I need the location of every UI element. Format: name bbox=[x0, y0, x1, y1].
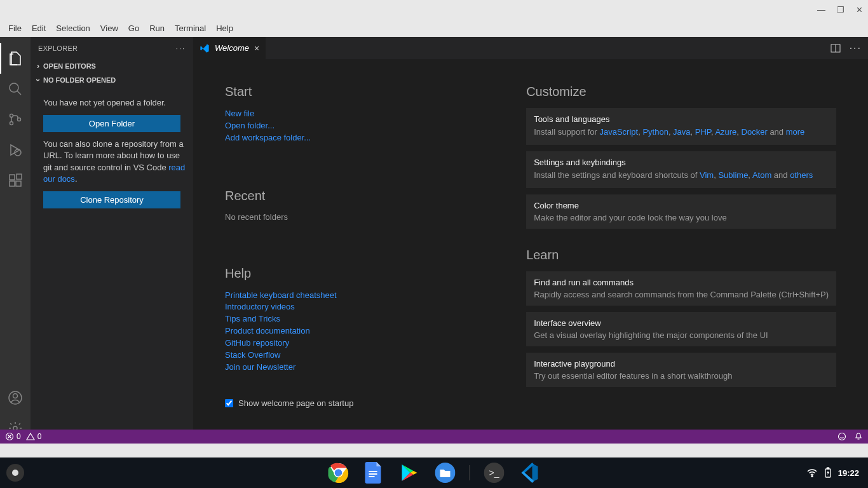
account-icon[interactable] bbox=[0, 383, 31, 413]
editor-area: Welcome × ··· Start New file Open folder… bbox=[193, 37, 868, 444]
clone-repository-button[interactable]: Clone Repository bbox=[43, 191, 180, 208]
lang-more-link[interactable]: more bbox=[786, 127, 805, 137]
card-interface-overview[interactable]: Interface overview Get a visual overlay … bbox=[526, 312, 836, 346]
lang-java-link[interactable]: Java bbox=[673, 127, 690, 137]
learn-heading: Learn bbox=[526, 248, 836, 262]
extensions-icon[interactable] bbox=[0, 165, 31, 196]
add-workspace-link[interactable]: Add workspace folder... bbox=[225, 132, 488, 144]
card-tools-languages[interactable]: Tools and languages Install support for … bbox=[526, 108, 836, 145]
no-recent-text: No recent folders bbox=[225, 212, 488, 222]
menu-view[interactable]: View bbox=[96, 22, 123, 35]
show-welcome-checkbox[interactable] bbox=[225, 399, 233, 407]
svg-point-18 bbox=[839, 433, 846, 440]
clone-info-text: You can also clone a repository from a U… bbox=[43, 139, 187, 185]
no-folder-section[interactable]: › NO FOLDER OPENED bbox=[31, 73, 193, 87]
minimize-button[interactable]: — bbox=[817, 5, 825, 15]
svg-rect-8 bbox=[16, 181, 21, 186]
card-title: Interface overview bbox=[534, 318, 829, 328]
card-desc: Get a visual overlay highlighting the ma… bbox=[534, 330, 829, 340]
keymap-vim-link[interactable]: Vim bbox=[700, 170, 714, 180]
vscode-app-icon[interactable] bbox=[519, 461, 541, 484]
chrome-icon[interactable] bbox=[327, 461, 350, 484]
card-title: Settings and keybindings bbox=[534, 158, 829, 167]
status-errors[interactable]: 0 bbox=[5, 432, 21, 441]
open-editors-label: OPEN EDITORS bbox=[43, 62, 96, 70]
help-heading: Help bbox=[225, 266, 488, 281]
tab-bar: Welcome × ··· bbox=[193, 37, 868, 59]
help-docs-link[interactable]: Product documentation bbox=[225, 325, 488, 337]
files-icon[interactable] bbox=[434, 461, 457, 484]
help-cheatsheet-link[interactable]: Printable keyboard cheatsheet bbox=[225, 290, 488, 302]
status-warnings[interactable]: 0 bbox=[26, 432, 42, 441]
terminal-icon[interactable]: >_ bbox=[483, 461, 506, 484]
close-button[interactable]: ✕ bbox=[856, 5, 863, 15]
os-taskbar: >_ 19:22 bbox=[0, 458, 868, 488]
menu-edit[interactable]: Edit bbox=[27, 22, 50, 35]
svg-rect-31 bbox=[827, 468, 829, 469]
lang-python-link[interactable]: Python bbox=[642, 127, 668, 137]
keymap-atom-link[interactable]: Atom bbox=[752, 170, 771, 180]
card-title: Tools and languages bbox=[534, 114, 829, 124]
open-folder-button[interactable]: Open Folder bbox=[43, 115, 180, 132]
search-icon[interactable] bbox=[0, 74, 31, 104]
card-desc: Make the editor and your code look the w… bbox=[534, 213, 829, 222]
menu-run[interactable]: Run bbox=[145, 22, 169, 35]
card-settings-keybindings[interactable]: Settings and keybindings Install the set… bbox=[526, 151, 836, 188]
keymap-sublime-link[interactable]: Sublime bbox=[718, 170, 748, 180]
card-title: Find and run all commands bbox=[534, 278, 829, 287]
tab-close-icon[interactable]: × bbox=[254, 43, 259, 53]
tab-title: Welcome bbox=[215, 43, 249, 53]
help-newsletter-link[interactable]: Join our Newsletter bbox=[225, 362, 488, 374]
lang-js-link[interactable]: JavaScript bbox=[599, 127, 638, 137]
explorer-icon[interactable] bbox=[0, 43, 31, 74]
split-editor-icon[interactable] bbox=[831, 43, 841, 53]
card-interactive-playground[interactable]: Interactive playground Try out essential… bbox=[526, 353, 836, 387]
menu-selection[interactable]: Selection bbox=[51, 22, 94, 35]
customize-heading: Customize bbox=[526, 85, 836, 99]
card-color-theme[interactable]: Color theme Make the editor and your cod… bbox=[526, 194, 836, 229]
status-bell-icon[interactable] bbox=[854, 432, 863, 441]
svg-point-4 bbox=[18, 118, 21, 121]
no-folder-label: NO FOLDER OPENED bbox=[43, 76, 116, 84]
open-editors-section[interactable]: › OPEN EDITORS bbox=[31, 59, 193, 73]
start-button[interactable] bbox=[6, 464, 24, 482]
help-stackoverflow-link[interactable]: Stack Overflow bbox=[225, 349, 488, 362]
card-desc: Rapidly access and search commands from … bbox=[534, 290, 829, 299]
welcome-right-column: Customize Tools and languages Install su… bbox=[526, 85, 836, 418]
wifi-icon[interactable] bbox=[806, 467, 818, 478]
run-debug-icon[interactable] bbox=[0, 135, 31, 165]
open-folder-link[interactable]: Open folder... bbox=[225, 120, 488, 132]
svg-rect-9 bbox=[17, 174, 22, 179]
clock[interactable]: 19:22 bbox=[838, 468, 859, 478]
sidebar-more-icon[interactable]: ··· bbox=[176, 44, 186, 52]
new-file-link[interactable]: New file bbox=[225, 108, 488, 120]
svg-point-2 bbox=[10, 114, 13, 118]
tab-welcome[interactable]: Welcome × bbox=[193, 37, 266, 59]
card-find-commands[interactable]: Find and run all commands Rapidly access… bbox=[526, 271, 836, 306]
taskbar-separator bbox=[470, 465, 470, 480]
maximize-button[interactable]: ❐ bbox=[837, 5, 844, 15]
docs-icon[interactable] bbox=[363, 461, 386, 484]
menu-help[interactable]: Help bbox=[212, 22, 238, 35]
menu-file[interactable]: File bbox=[4, 22, 26, 35]
lang-php-link[interactable]: PHP bbox=[695, 127, 711, 137]
status-feedback-icon[interactable] bbox=[837, 432, 846, 441]
play-store-icon[interactable] bbox=[398, 461, 421, 484]
keymap-others-link[interactable]: others bbox=[790, 170, 813, 180]
help-github-link[interactable]: GitHub repository bbox=[225, 337, 488, 349]
lang-azure-link[interactable]: Azure bbox=[715, 127, 736, 137]
lang-docker-link[interactable]: Docker bbox=[742, 127, 768, 137]
menu-go[interactable]: Go bbox=[124, 22, 144, 35]
welcome-left-column: Start New file Open folder... Add worksp… bbox=[225, 85, 488, 418]
source-control-icon[interactable] bbox=[0, 104, 31, 135]
battery-icon[interactable] bbox=[824, 467, 832, 478]
svg-rect-6 bbox=[10, 175, 15, 180]
start-heading: Start bbox=[225, 85, 488, 99]
menu-terminal[interactable]: Terminal bbox=[170, 22, 210, 35]
card-title: Interactive playground bbox=[534, 359, 829, 369]
vscode-window: EXPLORER ··· › OPEN EDITORS › NO FOLDER … bbox=[0, 37, 868, 444]
help-videos-link[interactable]: Introductory videos bbox=[225, 301, 488, 313]
more-actions-icon[interactable]: ··· bbox=[850, 43, 862, 54]
help-tips-link[interactable]: Tips and Tricks bbox=[225, 313, 488, 325]
card-title: Color theme bbox=[534, 201, 829, 210]
